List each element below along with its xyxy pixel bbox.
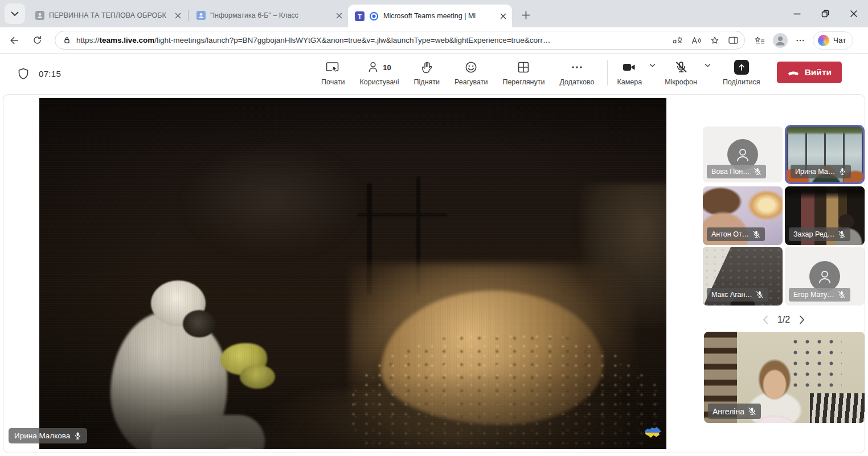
- browser-window: ПЕРВИННА ТА ТЕПЛОВА ОБРОБК "Інформатика …: [0, 0, 868, 456]
- person-icon: [809, 261, 840, 292]
- recording-indicator-icon: [369, 11, 379, 21]
- raised-hand-icon: [420, 59, 433, 75]
- mic-muted-icon: [838, 230, 846, 238]
- view-button[interactable]: Переглянути: [502, 58, 544, 87]
- speaker-name: Ирина Малкова: [14, 431, 70, 440]
- participant-label: Захар Ред…: [789, 227, 850, 241]
- screen-share-icon: [325, 59, 341, 75]
- chevron-down-icon: [11, 11, 19, 17]
- mic-muted-icon: [754, 168, 761, 176]
- leave-meeting-button[interactable]: Вийти: [777, 62, 842, 83]
- window-controls: [783, 0, 868, 27]
- site-favicon: [35, 11, 44, 20]
- tab-title: "Інформатика 6-Б" – Класс: [210, 11, 331, 19]
- meeting-status: 07:15: [17, 54, 61, 94]
- camera-button[interactable]: Камера: [617, 58, 642, 87]
- url-text: https://teams.live.com/light-meetings/la…: [76, 36, 666, 44]
- camera-control: Камера: [613, 58, 645, 87]
- participant-label: Вова Пон…: [707, 165, 766, 178]
- shield-icon[interactable]: [17, 67, 30, 81]
- tab-cooking-lesson[interactable]: ПЕРВИННА ТА ТЕПЛОВА ОБРОБК: [28, 6, 187, 25]
- refresh-button[interactable]: [27, 31, 47, 50]
- share-button[interactable]: Поділитися: [723, 58, 760, 87]
- participant-label: Антон От…: [707, 227, 765, 241]
- mic-options-chevron-icon[interactable]: [705, 63, 711, 68]
- settings-menu-icon[interactable]: [795, 35, 805, 46]
- teams-logo-icon: T: [355, 11, 365, 21]
- mic-muted-icon: [838, 291, 846, 299]
- restore-button[interactable]: [811, 0, 840, 27]
- participant-tile[interactable]: Вова Пон…: [703, 127, 783, 182]
- stage-speaker-label: Ирина Малкова: [9, 428, 87, 443]
- ellipsis-icon: [570, 59, 584, 75]
- meeting-stage: Ирина Малкова Вова Пон…: [3, 94, 865, 453]
- participants-button[interactable]: 10 Користувачі: [360, 58, 399, 87]
- tab-separator: [188, 10, 189, 21]
- participants-pagination: 1/2: [703, 311, 865, 329]
- start-presenting-button[interactable]: Почати: [321, 58, 345, 87]
- mic-button[interactable]: Мікрофон: [665, 58, 697, 87]
- split-screen-icon[interactable]: [728, 35, 739, 45]
- camera-icon: [622, 59, 637, 75]
- page-previous-icon[interactable]: [763, 315, 768, 324]
- tab-informatics-class[interactable]: "Інформатика 6-Б" – Класс: [190, 6, 348, 25]
- participant-label: Макс Аган…: [707, 288, 768, 302]
- svg-text:T: T: [358, 13, 362, 19]
- profile-avatar[interactable]: [773, 33, 788, 48]
- react-button[interactable]: Реагувати: [455, 58, 488, 87]
- people-icon: [367, 60, 380, 74]
- translate-icon[interactable]: [672, 35, 683, 45]
- share-icon: [734, 60, 749, 75]
- meeting-controls: Почати 10 Користувачі Підняти: [314, 58, 842, 87]
- mic-on-icon: [838, 168, 846, 176]
- participant-label: Ангеліна: [708, 404, 761, 419]
- new-tab-button[interactable]: [518, 7, 534, 23]
- close-icon[interactable]: [336, 13, 342, 19]
- copilot-label: Чат: [833, 36, 846, 44]
- mic-muted-icon: [756, 291, 764, 299]
- browser-actions: Чат: [754, 31, 853, 50]
- participant-tile[interactable]: Захар Ред…: [785, 186, 865, 245]
- tab-teams-meeting[interactable]: T Microsoft Teams meeting | Mi: [348, 5, 512, 27]
- participant-label: Егор Мату…: [789, 288, 850, 302]
- page-next-icon[interactable]: [799, 315, 805, 324]
- participant-tile[interactable]: Макс Аган…: [703, 247, 783, 306]
- more-options-button[interactable]: Додатково: [559, 58, 594, 87]
- mic-on-icon: [74, 431, 81, 440]
- copilot-icon: [818, 35, 829, 46]
- stage-video-feed: [39, 98, 666, 449]
- address-bar[interactable]: https://teams.live.com/light-meetings/la…: [55, 31, 745, 50]
- mic-muted-icon: [752, 230, 760, 238]
- read-aloud-icon[interactable]: [691, 35, 702, 45]
- favorite-star-icon[interactable]: [710, 35, 720, 46]
- camera-options-chevron-icon[interactable]: [649, 63, 656, 68]
- participant-tile-speaking[interactable]: Ирина Ма…: [785, 125, 865, 184]
- hangup-phone-icon: [787, 68, 800, 77]
- copilot-chat-button[interactable]: Чат: [813, 31, 853, 50]
- address-bar-actions: [672, 35, 739, 46]
- participant-tile-large[interactable]: Ангеліна: [704, 332, 865, 423]
- close-window-button[interactable]: [840, 0, 868, 27]
- ukraine-map-icon: [642, 424, 663, 441]
- close-icon[interactable]: [500, 13, 506, 19]
- tab-title: ПЕРВИННА ТА ТЕПЛОВА ОБРОБК: [49, 11, 170, 19]
- toolbar-divider: [607, 60, 608, 85]
- mic-control: Мікрофон: [661, 58, 701, 87]
- lock-icon[interactable]: [62, 35, 72, 45]
- page-indicator: 1/2: [777, 315, 790, 325]
- minimize-button[interactable]: [783, 0, 811, 27]
- participants-count-badge: 10: [383, 63, 391, 72]
- back-button[interactable]: [5, 31, 24, 50]
- mic-muted-icon: [674, 59, 688, 75]
- participant-label: Ирина Ма…: [791, 165, 851, 178]
- mic-muted-icon: [748, 407, 756, 416]
- tab-bar: ПЕРВИННА ТА ТЕПЛОВА ОБРОБК "Інформатика …: [0, 0, 868, 27]
- grid-view-icon: [517, 59, 530, 75]
- participant-tile[interactable]: Антон От…: [703, 186, 783, 245]
- raise-hand-button[interactable]: Підняти: [414, 58, 440, 87]
- browser-nav-bar: https://teams.live.com/light-meetings/la…: [0, 27, 868, 54]
- tab-search-button[interactable]: [5, 3, 25, 24]
- close-icon[interactable]: [175, 13, 181, 19]
- favorites-bar-icon[interactable]: [754, 35, 765, 46]
- participant-tile[interactable]: Егор Мату…: [785, 247, 865, 306]
